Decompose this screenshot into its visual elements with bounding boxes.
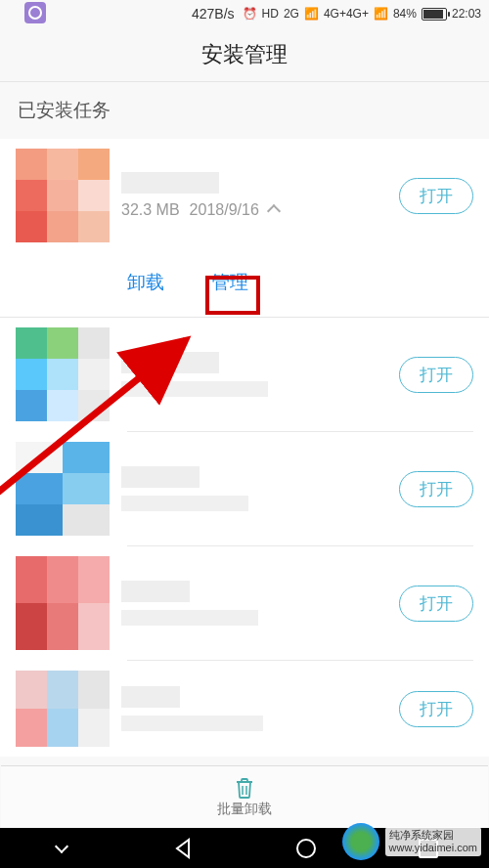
- open-button[interactable]: 打开: [399, 471, 473, 507]
- app-row[interactable]: 打开: [0, 546, 489, 660]
- watermark-logo-icon: [342, 823, 379, 860]
- watermark: 纯净系统家园 www.yidaimei.com: [342, 823, 481, 860]
- manage-link[interactable]: 管理: [211, 270, 248, 295]
- app-name: [121, 686, 180, 708]
- open-button[interactable]: 打开: [399, 178, 473, 214]
- section-installed-title: 已安装任务: [0, 82, 489, 139]
- app-icon: [16, 556, 110, 650]
- app-status-icon: [24, 2, 46, 23]
- clock: 22:03: [452, 7, 481, 21]
- nav-dropdown-button[interactable]: [48, 835, 75, 862]
- battery-percent: 84%: [393, 7, 417, 21]
- app-meta: 32.3 MB 2018/9/16: [121, 201, 399, 219]
- app-row[interactable]: 打开: [0, 318, 489, 431]
- app-row[interactable]: 打开: [0, 432, 489, 545]
- app-list: 32.3 MB 2018/9/16 打开 卸载 管理 打开: [0, 139, 489, 757]
- app-icon: [16, 671, 110, 747]
- app-name: [121, 466, 200, 488]
- app-name: [121, 581, 190, 602]
- page-title: 安装管理: [0, 27, 489, 82]
- app-icon: [16, 442, 110, 536]
- app-icon: [16, 149, 110, 242]
- app-row[interactable]: 打开: [0, 661, 489, 757]
- open-button[interactable]: 打开: [399, 691, 473, 727]
- trash-icon: [234, 776, 255, 800]
- batch-uninstall-button[interactable]: 批量卸载: [1, 765, 488, 828]
- watermark-brand: 纯净系统家园: [389, 829, 477, 842]
- app-expanded-actions: 卸载 管理: [0, 252, 489, 318]
- battery-icon: [422, 8, 447, 21]
- app-details: [121, 352, 399, 397]
- watermark-url: www.yidaimei.com: [389, 842, 477, 854]
- nav-back-button[interactable]: [170, 835, 198, 862]
- open-button[interactable]: 打开: [399, 357, 473, 393]
- nav-home-button[interactable]: [292, 835, 320, 862]
- batch-uninstall-label: 批量卸载: [217, 801, 272, 818]
- app-details: [121, 581, 399, 626]
- open-button[interactable]: 打开: [399, 586, 473, 622]
- app-details: 32.3 MB 2018/9/16: [121, 172, 399, 219]
- app-name: [121, 352, 219, 373]
- app-details: [121, 466, 399, 511]
- app-row[interactable]: 32.3 MB 2018/9/16 打开: [0, 139, 489, 252]
- chevron-up-icon[interactable]: [267, 204, 281, 218]
- app-details: [121, 686, 399, 731]
- network-speed: 427B/s: [192, 6, 235, 22]
- app-icon: [16, 327, 110, 421]
- uninstall-link[interactable]: 卸载: [127, 270, 164, 295]
- status-bar: 427B/s ⏰ HD 2G 📶 4G+4G+ 📶 84% 22:03: [0, 0, 489, 27]
- app-name: [121, 172, 219, 194]
- status-icons: ⏰ HD 2G 📶 4G+4G+ 📶 84% 22:03: [243, 7, 481, 21]
